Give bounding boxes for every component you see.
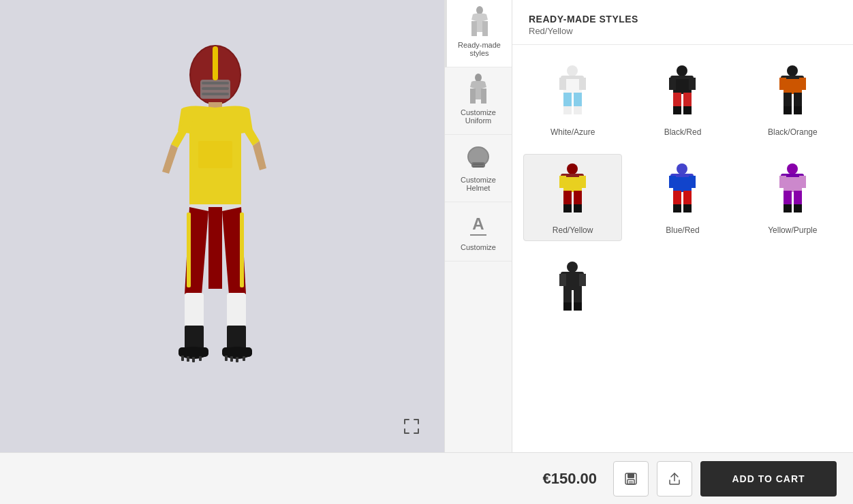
svg-rect-85 [689,176,696,188]
tab-customize-uniform[interactable]: Customize Uniform [445,67,512,135]
player-3d-model [147,35,283,390]
svg-rect-84 [669,176,676,188]
customize-helmet-icon [465,144,492,172]
svg-point-90 [787,163,798,174]
svg-text:A: A [472,215,484,233]
customize-text-icon: A [465,212,492,239]
tab-customize-label: Customize [461,243,496,251]
save-button[interactable] [613,461,649,497]
style-figure-red-yellow [549,160,597,221]
svg-rect-11 [208,207,222,289]
svg-rect-75 [559,176,566,188]
svg-rect-3 [202,82,229,84]
style-card-red-yellow[interactable]: Red/Yellow [523,154,622,241]
svg-rect-25 [199,356,202,361]
preview-area [0,0,444,452]
svg-rect-66 [779,78,786,90]
svg-rect-26 [225,356,228,361]
tab-ready-made[interactable]: Ready-made styles [445,0,512,67]
svg-rect-97 [784,204,792,212]
style-label-white-azure: White/Azure [550,127,595,137]
style-figure-black-orange [769,62,816,123]
fullscreen-button[interactable] [399,414,424,439]
svg-rect-107 [574,302,582,311]
svg-rect-94 [799,176,806,188]
svg-rect-14 [185,293,204,327]
svg-rect-109 [627,473,634,478]
svg-rect-52 [563,106,572,114]
svg-rect-32 [471,21,477,36]
svg-rect-83 [673,177,692,192]
svg-rect-5 [202,93,229,95]
svg-rect-106 [563,302,572,311]
svg-rect-69 [794,93,802,108]
svg-rect-53 [574,106,582,114]
svg-rect-19 [179,347,208,357]
svg-rect-89 [683,204,692,212]
style-label-yellow-purple: Yellow/Purple [768,225,817,235]
style-label-blue-red: Blue/Red [666,225,699,235]
svg-rect-60 [683,93,692,108]
svg-point-34 [475,74,482,82]
svg-rect-47 [563,79,582,94]
svg-rect-78 [574,191,582,206]
svg-rect-12 [187,212,191,287]
tab-customize-helmet[interactable]: Customize Helmet [445,135,512,202]
svg-rect-70 [784,106,792,114]
tab-customize-text[interactable]: A Customize [445,202,512,262]
svg-point-45 [567,65,578,76]
style-card-yellow-purple[interactable]: Yellow/Purple [743,154,842,241]
price-display: €150.00 [542,470,597,488]
svg-rect-74 [563,177,582,192]
style-card-black-dark[interactable] [523,252,622,330]
svg-rect-98 [794,204,802,212]
svg-rect-36 [470,89,476,104]
svg-point-81 [677,163,687,174]
svg-rect-87 [683,191,692,206]
svg-rect-65 [784,79,802,94]
svg-rect-68 [784,93,792,108]
main-container: Ready-made styles Customize Uniform [0,0,853,452]
svg-point-30 [476,6,483,14]
svg-rect-59 [673,93,681,108]
style-card-black-red[interactable]: Black/Red [633,56,732,143]
svg-rect-57 [669,78,676,90]
player-figure [147,35,297,417]
svg-rect-58 [689,78,696,90]
svg-rect-29 [243,356,245,361]
style-figure-black-dark [549,258,597,319]
svg-point-63 [787,65,798,76]
right-panel: READY-MADE STYLES Red/Yellow [512,0,853,452]
customize-uniform-icon [465,77,492,104]
svg-rect-101 [563,275,582,290]
svg-rect-93 [779,176,786,188]
style-card-blue-red[interactable]: Blue/Red [633,154,732,241]
svg-rect-24 [192,357,195,362]
svg-point-72 [567,163,578,174]
save-icon [623,471,638,486]
style-label-black-orange: Black/Orange [768,127,818,137]
svg-rect-92 [784,177,802,192]
share-button[interactable] [657,461,692,497]
svg-rect-9 [198,141,232,168]
svg-rect-23 [187,356,189,362]
svg-rect-76 [579,176,586,188]
add-to-cart-button[interactable]: ADD TO CART [700,461,837,497]
bottom-bar: €150.00 ADD TO CART [0,452,853,504]
svg-rect-41 [473,163,484,165]
svg-rect-4 [202,87,229,90]
style-label-black-red: Black/Red [664,127,702,137]
svg-point-99 [567,262,578,272]
style-card-white-azure[interactable]: White/Azure [523,56,622,143]
style-figure-blue-red [659,160,707,221]
svg-rect-13 [240,212,244,287]
svg-point-54 [677,65,687,76]
svg-rect-102 [559,274,566,286]
style-card-black-orange[interactable]: Black/Orange [743,56,842,143]
styles-grid: White/Azure B [512,45,853,452]
svg-rect-62 [683,106,692,114]
svg-rect-27 [230,356,233,362]
tab-ready-made-label: Ready-made styles [452,41,506,57]
svg-rect-6 [213,46,218,80]
style-figure-yellow-purple [769,160,816,221]
